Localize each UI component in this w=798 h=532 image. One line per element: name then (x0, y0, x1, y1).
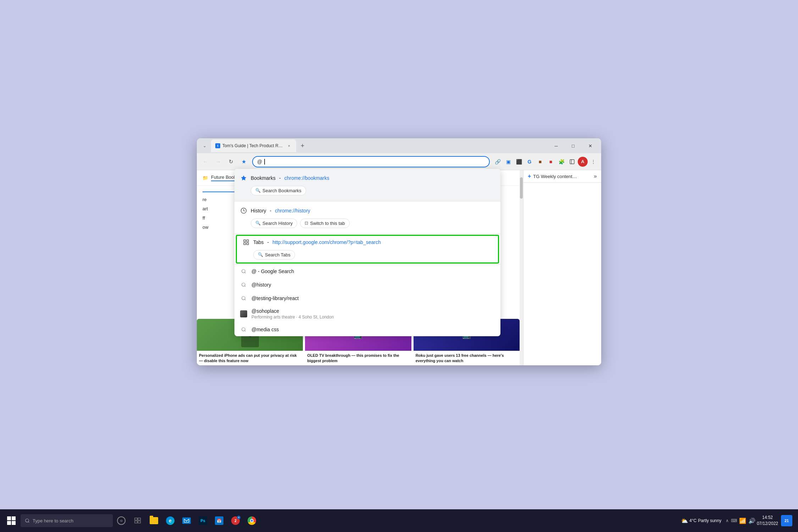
speaker-icon[interactable]: 🔊 (748, 517, 755, 524)
taskbar-edge[interactable]: e (162, 513, 178, 528)
search-history-pill[interactable]: 🔍 Search History (251, 218, 297, 228)
bookmarks-section: Bookmarks - chrome://bookmarks 🔍 Search … (234, 169, 500, 201)
switch-tab-icon: ⊡ (305, 221, 308, 226)
search-icon-5 (240, 326, 247, 333)
taskbar-task-view[interactable] (130, 513, 145, 528)
svg-rect-14 (570, 160, 574, 164)
tabs-dash: - (267, 239, 269, 245)
extension-blue-icon[interactable]: ▣ (503, 157, 513, 167)
forward-button[interactable]: → (212, 156, 224, 167)
window-controls: ─ □ ✕ (548, 140, 598, 151)
scroll-thumb[interactable] (520, 177, 523, 199)
tray-icons: ∧ ⌨ 📶 🔊 (726, 517, 755, 524)
taskbar-chrome[interactable] (244, 513, 260, 528)
taskbar-mail[interactable] (179, 513, 194, 528)
taskbar-photoshop[interactable]: Ps (195, 513, 211, 528)
suggestion-media-css[interactable]: @media css (234, 323, 500, 336)
svg-point-10 (242, 296, 245, 299)
suggestion-sohoplace[interactable]: @sohoplace Performing arts theatre · 4 S… (234, 305, 500, 323)
tab-list-chevron[interactable]: ⌄ (200, 141, 210, 151)
bookmarks-pills: 🔍 Search Bookmarks (234, 184, 500, 198)
svg-rect-19 (138, 518, 141, 520)
active-tab[interactable]: t Tom's Guide | Tech Product Revi… × (211, 139, 296, 152)
suggestion-history[interactable]: @history (234, 278, 500, 292)
extension-red-icon[interactable]: ■ (546, 157, 556, 167)
extensions-puzzle-icon[interactable]: 🧩 (556, 157, 566, 167)
tab-close-button[interactable]: × (286, 143, 292, 149)
new-tab-button[interactable]: + (298, 141, 307, 151)
svg-line-9 (245, 286, 246, 287)
search-bookmarks-pill[interactable]: 🔍 Search Bookmarks (251, 186, 306, 195)
svg-rect-2 (244, 240, 245, 242)
bookmarks-url: chrome://bookmarks (284, 175, 329, 181)
system-tray: ⛅ 4°C Partly sunny ∧ ⌨ 📶 🔊 14:52 07/12/2… (678, 515, 795, 527)
taskbar-cortana[interactable]: ○ (113, 513, 129, 528)
card-3-content: Roku just gave users 13 free channels — … (414, 351, 520, 365)
suggestion-subtext-4: Performing arts theatre · 4 Soho St, Lon… (251, 315, 334, 320)
profile-icon[interactable]: A (578, 157, 588, 167)
history-row[interactable]: History - chrome://history (234, 204, 500, 217)
edge-icon: e (166, 516, 174, 525)
taskbar-file-explorer[interactable] (146, 513, 162, 528)
search-tabs-pill[interactable]: 🔍 Search Tabs (253, 250, 295, 260)
suggestion-testing-library[interactable]: @testing-library/react (234, 292, 500, 305)
wifi-icon[interactable]: 📶 (739, 517, 746, 524)
keyboard-icon[interactable]: ⌨ (731, 518, 737, 523)
search-history-label: Search History (262, 221, 293, 226)
suggestion-google-search[interactable]: @ - Google Search (234, 265, 500, 278)
tabs-label: Tabs (253, 239, 264, 245)
start-button[interactable] (3, 512, 20, 529)
photoshop-icon: Ps (199, 516, 207, 525)
svg-rect-18 (135, 518, 138, 520)
switch-to-tab-pill[interactable]: ⊡ Switch to this tab (300, 218, 349, 228)
red-app-icon: 2 + (231, 516, 240, 525)
taskbar-red-icon[interactable]: 2 + (228, 513, 243, 528)
svg-point-6 (242, 269, 245, 272)
taskbar-search[interactable]: Type here to search (21, 514, 113, 527)
sohoplace-favicon (240, 310, 247, 317)
history-url: chrome://history (275, 208, 310, 214)
extension-g-icon[interactable]: G (525, 157, 534, 167)
chrome-icon (248, 516, 256, 525)
card-1-title: Personalized iPhone ads can put your pri… (199, 353, 301, 363)
taskbar-search-placeholder: Type here to search (33, 518, 73, 523)
sidebar-title-text: TG Weekly content… (533, 174, 577, 179)
extension-brown-icon[interactable]: ■ (535, 157, 545, 167)
history-label: History (251, 208, 266, 214)
svg-point-12 (242, 327, 245, 331)
scrollbar[interactable] (520, 170, 523, 365)
tabs-row[interactable]: Tabs - http://support.google.com/chrome/… (237, 236, 498, 249)
omnibox-dropdown: Bookmarks - chrome://bookmarks 🔍 Search … (234, 169, 500, 336)
weather-widget[interactable]: ⛅ 4°C Partly sunny (681, 517, 721, 524)
taskbar-calendar[interactable]: 📅 (211, 513, 227, 528)
suggestion-text-5: @media css (251, 327, 279, 332)
bookmarks-row[interactable]: Bookmarks - chrome://bookmarks (234, 172, 500, 184)
task-view-icon (134, 517, 141, 524)
sidebar-toggle-icon[interactable] (567, 157, 577, 167)
tray-arrow-icon[interactable]: ∧ (726, 518, 729, 523)
history-clock-icon (240, 207, 247, 214)
svg-line-7 (245, 272, 246, 273)
omnibox-wrapper: @ Bookmarks - chrome://bookmarks (252, 156, 490, 167)
notification-count-badge[interactable]: 21 (781, 515, 792, 526)
extension-gray-icon[interactable]: ⬛ (514, 157, 524, 167)
browser-window: ⌄ t Tom's Guide | Tech Product Revi… × +… (197, 138, 601, 365)
clock[interactable]: 14:52 07/12/2022 (757, 515, 778, 527)
back-button[interactable]: ← (200, 156, 211, 167)
svg-rect-5 (247, 243, 249, 244)
weather-icon: ⛅ (681, 517, 688, 524)
close-button[interactable]: ✕ (582, 140, 598, 151)
minimize-button[interactable]: ─ (548, 140, 564, 151)
chrome-menu-icon[interactable]: ⋮ (588, 157, 598, 167)
maximize-button[interactable]: □ (565, 140, 581, 151)
bookmark-button[interactable]: ★ (238, 156, 249, 167)
refresh-button[interactable]: ↻ (225, 156, 237, 167)
sidebar-header: + TG Weekly content… » (523, 170, 601, 183)
extensions-link-icon[interactable]: 🔗 (493, 157, 503, 167)
sidebar-content (523, 183, 601, 365)
omnibox[interactable]: @ (252, 156, 490, 167)
tabs-grid-icon (243, 239, 250, 246)
sidebar-expand-button[interactable]: » (594, 173, 597, 179)
tabs-section: Tabs - http://support.google.com/chrome/… (236, 235, 499, 264)
tab-favicon: t (215, 143, 220, 148)
